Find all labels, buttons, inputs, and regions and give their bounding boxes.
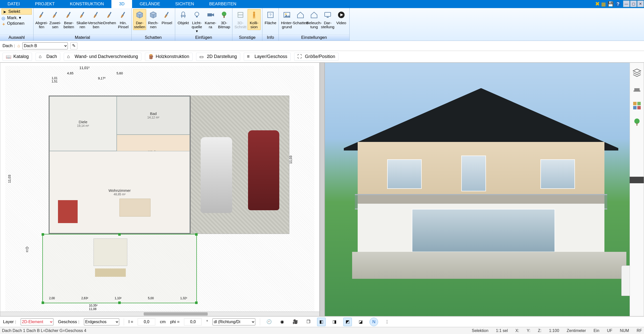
- optionen-button[interactable]: ＋ Optionen: [2, 21, 32, 26]
- multiview-toggle[interactable]: ❐: [304, 318, 313, 326]
- dl-select[interactable]: dl (Richtung/Di: [212, 318, 255, 325]
- more-toggle[interactable]: ⋮: [383, 318, 391, 326]
- ribbon-material-5[interactable]: Drehen: [103, 9, 116, 30]
- ribbon-einstellungen-2[interactable]: Beleuch-tung: [308, 9, 321, 30]
- status-left: Dach Dach 1 Dach B L=Dächer G=Geschoss 4: [2, 328, 86, 333]
- ribbon-icon: [77, 10, 87, 20]
- help-icon[interactable]: ?: [615, 1, 621, 7]
- room-diele[interactable]: Diele19,14 m²: [49, 96, 117, 151]
- tool-icon[interactable]: ✖: [595, 1, 600, 7]
- room-wohnzimmer[interactable]: Wohnzimmer48,85 m²: [49, 151, 190, 233]
- ribbon-schatten-1[interactable]: Rech-nen: [147, 9, 160, 30]
- ribbon-icon: [295, 10, 305, 20]
- prop-icon-1: ⌂: [39, 54, 44, 59]
- roof-select-bar: Dach : ⌂ Dach B ✎: [0, 41, 644, 51]
- bottom-control-bar: Layer : 2D-Element Geschoss : Erdgeschos…: [0, 316, 644, 327]
- camera-toggle[interactable]: 🎥: [291, 318, 299, 326]
- side-panel-handle[interactable]: [630, 177, 644, 183]
- view-2d-floorplan[interactable]: 11,01² 4,65 5,60 9,17² 1,01 1,51 11,03 B…: [0, 63, 320, 316]
- ribbon-einstellungen-0[interactable]: Hinter-grund: [280, 9, 293, 30]
- menu-tab-3d[interactable]: 3D: [111, 0, 132, 8]
- furniture-icon[interactable]: [632, 84, 641, 94]
- ribbon-material-1[interactable]: Zuwei-sen: [49, 9, 62, 30]
- ribbon-info-0[interactable]: ?Fläche: [264, 9, 277, 26]
- propbtn-2[interactable]: ⌂Wand- und Dachverschneidung: [64, 53, 141, 61]
- propbtn-3[interactable]: 🪵Holzkonstruktion: [145, 53, 193, 61]
- propbtn-0[interactable]: 📖Katalog: [3, 53, 32, 61]
- layer-select[interactable]: 2D-Element: [21, 318, 53, 325]
- palette-icon[interactable]: [632, 101, 641, 110]
- propbtn-1[interactable]: ⌂Dach: [36, 53, 60, 61]
- menu-tab-gelaende[interactable]: GELÄNDE: [132, 0, 168, 8]
- window-close-button[interactable]: ✕: [637, 1, 644, 7]
- ribbon-schatten-2[interactable]: Pinsel: [160, 9, 173, 30]
- record-toggle[interactable]: ◉: [278, 318, 286, 326]
- cube4-toggle[interactable]: ◪: [356, 318, 365, 326]
- ribbon-einstellungen-3[interactable]: Dar-stellung: [321, 9, 334, 30]
- view-3d-render[interactable]: [325, 63, 644, 316]
- ribbon-einfuegen-2[interactable]: Kame-ra: [204, 9, 217, 34]
- ribbon-sonstige-1[interactable]: Kolli-sion: [248, 9, 261, 30]
- terrace-selection[interactable]: 2,00 2,63² 1,10² 5,00 1,32² 10,35² 11,08: [42, 234, 197, 303]
- ribbon-einfuegen-1[interactable]: Licht-quelle ▾: [190, 9, 203, 34]
- room-bad[interactable]: Bad14,12 m²: [117, 96, 190, 135]
- save-icon[interactable]: 💾: [607, 1, 614, 7]
- menu-tab-bearbeiten[interactable]: BEARBEITEN: [202, 0, 244, 8]
- propbtn-4[interactable]: ▭2D Darstellung: [196, 53, 240, 61]
- ribbon-material-4[interactable]: Verschie-ben: [89, 9, 103, 30]
- menu-tab-projekt[interactable]: PROJEKT: [27, 0, 62, 8]
- propbtn-5[interactable]: ≡Layer/Geschoss: [244, 53, 291, 61]
- svg-rect-31: [636, 123, 637, 126]
- cube2-toggle[interactable]: ◨: [330, 318, 339, 326]
- dim-d3: 9,17²: [98, 76, 106, 80]
- roof-select[interactable]: Dach B: [22, 42, 68, 49]
- ribbon-material-0[interactable]: Abgrei-fen: [35, 9, 48, 30]
- phi-input[interactable]: [184, 318, 202, 325]
- ribbon-group-schatten: Dar-stellenRech-nenPinsel Schatten: [132, 8, 175, 41]
- propbtn-6[interactable]: ⛶Größe/Position: [294, 53, 339, 61]
- view2d-scrollbar-horizontal[interactable]: [0, 312, 319, 316]
- ribbon-material-3[interactable]: Skalie-ren: [76, 9, 89, 30]
- window-icon[interactable]: ▦: [601, 1, 606, 7]
- ribbon-schatten-0[interactable]: Dar-stellen: [133, 9, 146, 30]
- clock-toggle[interactable]: 🕘: [265, 318, 273, 326]
- floorplan-canvas[interactable]: 11,01² 4,65 5,60 9,17² 1,01 1,51 11,03 B…: [5, 66, 314, 313]
- ribbon-einfuegen-3[interactable]: 3D-Bitmap: [218, 9, 231, 34]
- mark-button[interactable]: ◎ Mark.▾: [2, 15, 32, 20]
- l-input[interactable]: [138, 318, 155, 325]
- menu-tab-sichten[interactable]: SICHTEN: [168, 0, 202, 8]
- ribbon-material-6[interactable]: Hin.Pinsel: [117, 9, 130, 30]
- ribbon-icon: [309, 10, 319, 20]
- ribbon-icon: [37, 10, 47, 20]
- status-scale: 1:100: [549, 328, 559, 333]
- roof-icon: ⌂: [17, 43, 20, 48]
- ribbon-group-einstellungen: Hinter-grundSchattenBeleuch-tungDar-stel…: [279, 8, 350, 41]
- ribbon-einstellungen-1[interactable]: Schatten: [294, 9, 307, 30]
- cube3-toggle[interactable]: ◩: [343, 318, 352, 326]
- l-label: l =: [129, 319, 133, 324]
- menu-tab-konstruktion[interactable]: KONSTRUKTION: [62, 0, 111, 8]
- cube1-toggle[interactable]: ◧: [317, 318, 326, 326]
- terrace-table-icon: [95, 268, 126, 277]
- geschoss-select[interactable]: Erdgeschos: [84, 318, 119, 325]
- ribbon-einstellungen-4[interactable]: Video: [335, 9, 348, 30]
- selekt-button[interactable]: ➤ Selekt: [2, 9, 32, 15]
- ribbon-material-2[interactable]: Bear-beiten: [62, 9, 75, 30]
- menu-tab-datei[interactable]: DATEI: [0, 0, 27, 8]
- view-splitter[interactable]: [320, 63, 325, 316]
- window-minimize-button[interactable]: —: [623, 1, 630, 7]
- svg-rect-2: [68, 12, 71, 15]
- title-help-area: ✖ ▦ 💾 ?: [595, 0, 623, 8]
- layers-icon[interactable]: [632, 68, 641, 77]
- svg-point-8: [195, 12, 199, 16]
- roof-edit-button[interactable]: ✎: [70, 42, 77, 49]
- ribbon-einfuegen-0[interactable]: Objekt: [177, 9, 190, 34]
- svg-rect-5: [109, 12, 111, 15]
- north-toggle[interactable]: N: [370, 318, 378, 326]
- tree-icon[interactable]: [632, 118, 641, 127]
- dim-d2: 5,60: [116, 71, 123, 75]
- window-restore-button[interactable]: ▢: [630, 1, 637, 7]
- group-label-info: Info: [262, 35, 279, 41]
- phi-label: phi =: [170, 319, 179, 324]
- status-num: NUM: [620, 328, 629, 333]
